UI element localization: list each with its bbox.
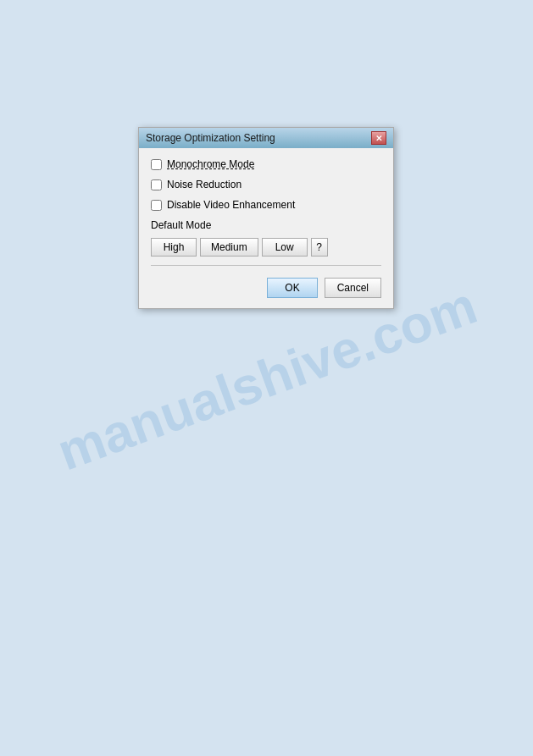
low-button[interactable]: Low	[262, 238, 308, 257]
help-button[interactable]: ?	[311, 238, 328, 257]
cancel-button[interactable]: Cancel	[325, 278, 381, 298]
divider	[151, 265, 381, 266]
dialog-body: Monochrome Mode Noise Reduction Disable …	[139, 148, 393, 308]
action-buttons: OK Cancel	[151, 274, 381, 298]
close-button[interactable]: ✕	[371, 131, 386, 145]
high-button[interactable]: High	[151, 238, 197, 257]
ok-button[interactable]: OK	[267, 278, 317, 298]
dialog-titlebar: Storage Optimization Setting ✕	[139, 128, 393, 148]
monochrome-row: Monochrome Mode	[151, 158, 381, 170]
dialog-window: Storage Optimization Setting ✕ Monochrom…	[138, 127, 394, 309]
monochrome-label[interactable]: Monochrome Mode	[167, 158, 254, 170]
monochrome-checkbox[interactable]	[151, 159, 162, 170]
disable-video-label[interactable]: Disable Video Enhancement	[167, 199, 295, 211]
noise-reduction-checkbox[interactable]	[151, 179, 162, 190]
noise-reduction-label[interactable]: Noise Reduction	[167, 179, 242, 190]
default-mode-buttons: High Medium Low ?	[151, 238, 381, 257]
default-mode-label: Default Mode	[151, 219, 381, 231]
medium-button[interactable]: Medium	[200, 238, 258, 257]
disable-video-checkbox[interactable]	[151, 200, 162, 211]
disable-video-row: Disable Video Enhancement	[151, 199, 381, 211]
noise-reduction-row: Noise Reduction	[151, 179, 381, 190]
dialog-title: Storage Optimization Setting	[146, 132, 275, 144]
